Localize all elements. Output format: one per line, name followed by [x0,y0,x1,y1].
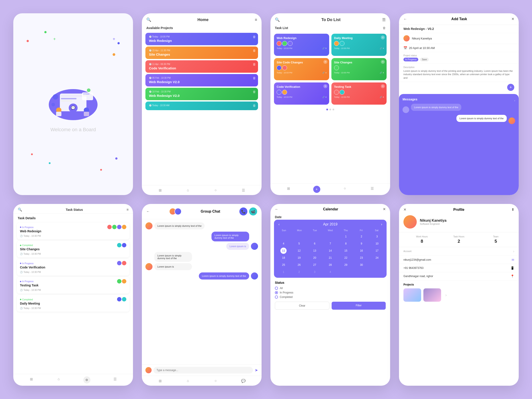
radio-inprogress[interactable]: In Progress [275,291,386,294]
close-icon-cal[interactable]: ✕ [383,207,386,211]
cal-cell-9[interactable]: 9 [358,241,365,247]
chat-input[interactable] [153,367,253,374]
project-card-6[interactable]: 🕐 Today - 10:30 AM 🗑 [146,101,258,110]
nav-circle-todo[interactable]: ○ [342,186,348,191]
search-icon[interactable]: 🔍 [146,17,151,22]
status-item-3[interactable]: In Progress Code Verification 🕐 Today - … [17,259,129,276]
delete-icon-4[interactable]: 🗑 [253,76,256,80]
cal-cell[interactable] [296,234,302,240]
nav-chat-icon[interactable]: 💬 [241,378,246,383]
task-card-6[interactable]: Testing Task Today - 10:00 PM🔗 4 + [331,82,386,105]
cal-cell-22[interactable]: 22 [343,255,349,261]
send-icon[interactable]: ➤ [255,368,258,373]
nav-menu-todo[interactable]: ☰ [369,186,375,191]
cal-cell-21[interactable]: 21 [327,255,333,261]
cal-cell-17[interactable]: 17 [374,248,380,254]
delete-icon-2[interactable]: 🗑 [253,49,256,52]
video-btn[interactable]: 📹 [249,208,257,215]
delete-icon-1[interactable]: 🗑 [253,35,256,38]
filter-icon[interactable]: ≡ [255,18,257,22]
cal-cell-14[interactable]: 14 [327,248,333,254]
project-card-2[interactable]: 🕐 15 Apr - 11:30 PM Site Changes 🗑 [146,47,258,59]
clear-btn[interactable]: Clear [275,302,329,310]
cal-cell-28[interactable]: 28 [327,262,333,268]
project-card-4[interactable]: 🕐 05 Feb - 10:30 PM Web Redesign V2.0 🗑 [146,74,258,86]
task-card-5[interactable]: Code Verification Today - 10:03 PM🔗 4 + [274,82,329,105]
cal-cell-23[interactable]: 23 [358,255,365,261]
back-icon[interactable]: ← [403,17,407,21]
nav-menu-ts[interactable]: ☰ [112,376,118,382]
search-icon-todo[interactable]: 🔍 [275,17,280,22]
cal-cell-next-3[interactable]: 3 [312,269,318,275]
cal-cell-15[interactable]: 15 [343,248,349,254]
add-btn-2[interactable]: + [381,35,385,39]
cal-cell-next-1[interactable]: 1 [280,269,287,275]
nav-circle-chat[interactable]: ○ [213,378,218,383]
add-btn-6[interactable]: + [381,84,385,88]
project-thumb-1[interactable] [403,288,421,302]
status-item-2[interactable]: Completed Site Changes 🕐 Today - 10:30 P… [17,241,129,258]
radio-all[interactable]: All [275,287,386,290]
next-month-btn[interactable]: › [381,222,382,226]
cal-cell-8[interactable]: 8 [343,241,349,247]
task-card-2[interactable]: Daily Meeting Today - 10:00 PM🔗 4 + [331,34,386,56]
project-thumb-2[interactable] [423,288,441,302]
cal-cell-next-4[interactable]: 4 [327,269,333,275]
cal-cell-11-today[interactable]: 11 [280,248,287,254]
cal-cell-19[interactable]: 19 [296,255,302,261]
cal-cell[interactable] [327,234,333,240]
chevron-right-account[interactable]: › [513,249,514,253]
status-inprogress-badge[interactable]: In Progress [403,58,418,61]
cal-cell-18[interactable]: 18 [280,255,287,261]
cal-cell-7[interactable]: 7 [327,241,333,247]
filter-btn[interactable]: Filter [332,302,386,310]
back-icon-cal[interactable]: ← [275,207,279,211]
nav-grid-ts[interactable]: ⊞ [29,376,34,382]
cal-cell-24[interactable]: 24 [374,255,380,261]
task-card-4[interactable]: Site Changes Today - 10:00 PM🔗 4 + [331,58,386,80]
nav-home-chat[interactable]: ⌂ [185,378,191,383]
delete-icon-6[interactable]: 🗑 [253,104,256,107]
search-icon-ts[interactable]: 🔍 [18,208,22,212]
cal-cell-12[interactable]: 12 [296,248,302,254]
delete-icon-5[interactable]: 🗑 [253,90,256,94]
radio-completed[interactable]: Completed [275,296,386,298]
nav-menu[interactable]: ☰ [241,188,246,193]
more-projects[interactable]: › [443,288,449,302]
project-card-1[interactable]: 🕐 Today - 10:00 PM Web Redesign 🗑 [146,33,258,45]
cal-cell-13[interactable]: 13 [312,248,318,254]
trash-icon-todo[interactable]: 🗑 [383,26,386,30]
cal-cell-6[interactable]: 6 [312,241,318,247]
cal-cell-1[interactable]: 1 [343,234,349,240]
nav-grid-chat[interactable]: ⊞ [158,378,163,383]
cal-cell-5[interactable]: 5 [296,241,302,247]
task-card-1[interactable]: Web Redesign Today - 10:03 PM🔗 9 + [274,34,329,56]
status-item-4[interactable]: In Progress Testing Task 🕐 Today - 10:30… [17,277,129,294]
nav-circle[interactable]: ○ [213,188,218,193]
nav-home-ts[interactable]: ⌂ [56,376,61,382]
add-btn-3[interactable]: + [323,60,327,64]
cal-cell-26[interactable]: 26 [296,262,302,268]
messages-more[interactable]: › [514,99,515,102]
nav-grid[interactable]: ⊞ [158,188,163,193]
add-fab[interactable]: + [507,84,514,91]
delete-icon-3[interactable]: 🗑 [253,63,256,66]
back-icon-chat[interactable]: ← [146,209,150,214]
nav-grid-todo[interactable]: ⊞ [286,186,291,191]
task-card-3[interactable]: Site Code Changes Today - 10:03 PM🔗 4 + [274,58,329,80]
project-card-3[interactable]: 🕐 11 Apr - 06:30 PM Code Verification 🗑 [146,60,258,73]
add-btn-5[interactable]: + [323,84,327,88]
cal-cell-16[interactable]: 16 [358,248,365,254]
nav-add[interactable]: + [313,186,320,193]
add-btn-4[interactable]: + [381,60,385,64]
filter-icon-ts[interactable]: ≡ [127,208,129,212]
cal-cell[interactable] [312,234,318,240]
status-item-5[interactable]: Completed Daily Meeting 🕐 Today - 10:30 … [17,295,129,312]
cal-cell-next-2[interactable]: 2 [296,269,302,275]
nav-home[interactable]: ⌂ [185,188,191,193]
close-icon-profile[interactable]: ✕ [403,208,406,212]
cal-cell-27[interactable]: 27 [312,262,318,268]
cal-cell-10[interactable]: 10 [374,241,380,247]
status-item-1[interactable]: In Progress Web Redesign 🕐 Today - 10:30… [17,222,129,239]
cal-cell-30[interactable]: 30 [358,262,365,268]
